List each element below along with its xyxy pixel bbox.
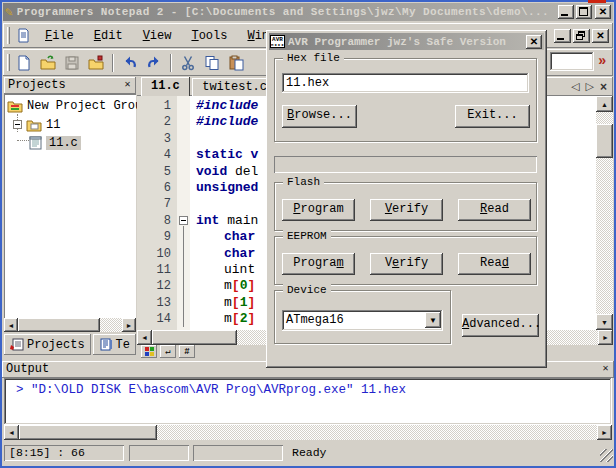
redo-button[interactable] xyxy=(142,52,166,74)
line-number: 10 xyxy=(137,246,177,262)
mdi-minimize-icon xyxy=(557,38,564,40)
menu-edit[interactable]: Edit xyxy=(84,24,133,48)
tree-item-file[interactable]: 11.c xyxy=(29,134,81,151)
flash-read-button[interactable]: Read xyxy=(458,199,531,221)
output-hscrollbar[interactable]: ◄ ► xyxy=(4,425,612,440)
menu-view[interactable]: View xyxy=(133,24,182,48)
scroll-down-icon[interactable]: ▼ xyxy=(596,314,613,330)
maximize-button[interactable] xyxy=(576,5,592,19)
hex-file-group-label: Hex file xyxy=(283,51,344,65)
mdi-minimize-button[interactable] xyxy=(554,29,571,43)
title-bar[interactable]: ✎ Programmers Notepad 2 - [C:\Documents … xyxy=(3,3,613,21)
scroll-thumb[interactable] xyxy=(596,124,613,158)
exit-button[interactable]: Exit... xyxy=(455,105,530,128)
scroll-left-icon[interactable]: ◄ xyxy=(4,425,19,440)
open-icon xyxy=(40,55,56,71)
projects-panel-title: Projects xyxy=(8,78,66,92)
fold-margin-cell xyxy=(177,114,190,130)
whitespace-icon[interactable]: # xyxy=(179,345,195,358)
next-tab-icon[interactable]: ▷ xyxy=(586,80,594,93)
toolbar-find-field[interactable] xyxy=(550,52,594,71)
advanced-button[interactable]: Advanced... xyxy=(462,314,539,337)
mdi-document-icon[interactable] xyxy=(16,28,31,43)
output-body[interactable]: > "D:\OLD DISK E\bascom\AVR Prog\AVRprog… xyxy=(4,378,612,425)
fold-margin[interactable] xyxy=(177,96,190,330)
projects-hscrollbar[interactable]: ◄ ► xyxy=(4,318,136,332)
copy-button[interactable] xyxy=(200,52,224,74)
menu-file[interactable]: File xyxy=(35,24,84,48)
output-close-icon[interactable]: ✕ xyxy=(599,363,612,376)
scroll-thumb[interactable] xyxy=(18,318,100,332)
dock-tabs: Projects Te xyxy=(4,334,138,358)
line-number: 7 xyxy=(137,196,177,212)
flash-group: Flash Program Verify Read xyxy=(274,182,537,231)
editor-tab-11.c[interactable]: 11.c xyxy=(141,77,190,96)
scroll-left-icon[interactable]: ◄ xyxy=(4,318,18,332)
status-cell-2 xyxy=(129,445,189,461)
scroll-left-icon[interactable]: ◄ xyxy=(137,330,152,345)
browse-button[interactable]: Browse... xyxy=(282,105,357,128)
background-sliver xyxy=(588,0,606,3)
projects-close-icon[interactable]: ✕ xyxy=(121,79,134,92)
maximize-icon xyxy=(579,7,588,16)
minimize-button[interactable] xyxy=(558,5,574,19)
line-number: 1 xyxy=(137,98,177,114)
new-button[interactable] xyxy=(12,52,36,74)
line-endings-icon[interactable]: ↵ xyxy=(160,345,176,358)
close-tab-icon[interactable]: × xyxy=(600,80,607,94)
dialog-close-button[interactable]: ✕ xyxy=(526,35,542,49)
project-icon xyxy=(26,118,42,132)
open-button[interactable] xyxy=(36,52,60,74)
flash-verify-button[interactable]: Verify xyxy=(370,199,443,221)
eeprom-verify-button[interactable]: Verify xyxy=(370,253,443,275)
paste-button[interactable] xyxy=(224,52,248,74)
menubar-gripper[interactable] xyxy=(7,27,10,44)
scroll-right-icon[interactable]: ► xyxy=(122,318,136,332)
scroll-right-icon[interactable]: ► xyxy=(597,425,612,440)
projects-tree: New Project Group 11 11.c xyxy=(4,94,136,318)
prev-tab-icon[interactable]: ◁ xyxy=(571,80,579,93)
hex-file-input[interactable] xyxy=(282,73,529,93)
toolbar-overflow-chevron[interactable]: » xyxy=(598,51,606,71)
resize-grip[interactable] xyxy=(600,449,613,462)
scheme-icon[interactable] xyxy=(141,345,157,358)
save-button[interactable] xyxy=(60,52,84,74)
tree-label-selected: 11.c xyxy=(46,136,81,150)
fold-margin-cell xyxy=(177,311,190,327)
scroll-thumb[interactable] xyxy=(152,330,237,345)
line-number: 13 xyxy=(137,295,177,311)
device-combobox[interactable]: ATmega16 ▼ xyxy=(282,310,443,331)
cut-button[interactable] xyxy=(176,52,200,74)
mdi-window-buttons: ✕ xyxy=(552,29,609,43)
device-group: Device ATmega16 ▼ xyxy=(274,290,451,344)
undo-button[interactable] xyxy=(118,52,142,74)
fold-margin-cell xyxy=(177,278,190,294)
scroll-right-icon[interactable]: ► xyxy=(598,330,613,345)
toolbar-gripper[interactable] xyxy=(7,54,10,71)
dialog-title-bar[interactable]: AVRMIII AVR Programmer jwz's Safe Versio… xyxy=(269,33,544,50)
combo-dropdown-icon[interactable]: ▼ xyxy=(425,312,441,328)
scroll-up-icon[interactable]: ▲ xyxy=(596,96,613,112)
mdi-restore-button[interactable] xyxy=(573,29,590,43)
line-number: 5 xyxy=(137,164,177,180)
fold-margin-cell xyxy=(177,229,190,245)
fold-collapse-icon[interactable] xyxy=(177,213,190,229)
mdi-close-button[interactable]: ✕ xyxy=(592,29,609,43)
collapse-icon[interactable] xyxy=(13,120,22,129)
scroll-thumb[interactable] xyxy=(19,425,157,440)
menu-tools[interactable]: Tools xyxy=(181,24,237,48)
eeprom-read-button[interactable]: Read xyxy=(458,253,531,275)
close-button[interactable]: ✕ xyxy=(595,5,611,19)
projects-tab-icon xyxy=(10,338,24,351)
eeprom-program-button[interactable]: Program xyxy=(282,253,355,275)
tab-text-clips[interactable]: Te xyxy=(93,334,136,355)
editor-vscrollbar[interactable]: ▲ ▼ xyxy=(596,96,613,330)
tree-item-project[interactable]: 11 xyxy=(13,116,60,133)
editor-tab-twitest.c[interactable]: twitest.c xyxy=(192,78,277,96)
tree-item-project-group[interactable]: New Project Group xyxy=(7,97,149,114)
projects-panel-header[interactable]: Projects ✕ xyxy=(4,77,136,94)
open-project-button[interactable] xyxy=(84,52,108,74)
tab-projects[interactable]: Projects xyxy=(4,334,91,355)
tab-label: Te xyxy=(116,338,130,352)
flash-program-button[interactable]: Program xyxy=(282,199,355,221)
